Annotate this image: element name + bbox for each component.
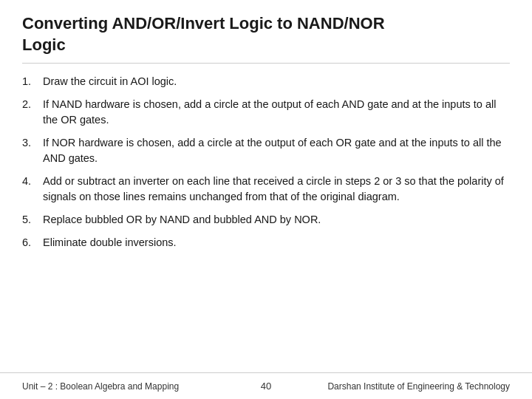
step-number: 2. <box>22 97 43 112</box>
list-item: 5.Replace bubbled OR by NAND and bubbled… <box>22 212 510 228</box>
title-line2: Logic <box>22 35 66 54</box>
list-item: 3.If NOR hardware is chosen, add a circl… <box>22 135 510 166</box>
page-title: Converting AND/OR/Invert Logic to NAND/N… <box>22 13 510 55</box>
title-divider <box>22 63 510 64</box>
list-item: 4.Add or subtract an inverter on each li… <box>22 174 510 205</box>
list-item: 2.If NAND hardware is chosen, add a circ… <box>22 97 510 128</box>
step-text: Add or subtract an inverter on each line… <box>43 174 510 205</box>
step-number: 4. <box>22 174 43 189</box>
step-text: Eliminate double inversions. <box>43 235 510 250</box>
list-item: 1.Draw the circuit in AOI logic. <box>22 74 510 89</box>
step-number: 3. <box>22 135 43 151</box>
footer: Unit – 2 : Boolean Algebra and Mapping 4… <box>0 372 532 399</box>
step-number: 6. <box>22 235 43 250</box>
step-number: 5. <box>22 212 43 228</box>
footer-page-number: 40 <box>244 381 288 392</box>
footer-left: Unit – 2 : Boolean Algebra and Mapping <box>22 381 244 392</box>
main-content: Converting AND/OR/Invert Logic to NAND/N… <box>0 0 532 265</box>
step-text: Draw the circuit in AOI logic. <box>43 74 510 89</box>
title-line1: Converting AND/OR/Invert Logic to NAND/N… <box>22 14 385 33</box>
step-text: If NOR hardware is chosen, add a circle … <box>43 135 510 166</box>
list-item: 6.Eliminate double inversions. <box>22 235 510 250</box>
step-number: 1. <box>22 74 43 89</box>
step-text: If NAND hardware is chosen, add a circle… <box>43 97 510 128</box>
footer-right: Darshan Institute of Engineering & Techn… <box>288 381 510 392</box>
step-text: Replace bubbled OR by NAND and bubbled A… <box>43 212 510 228</box>
steps-list: 1.Draw the circuit in AOI logic.2.If NAN… <box>22 74 510 250</box>
